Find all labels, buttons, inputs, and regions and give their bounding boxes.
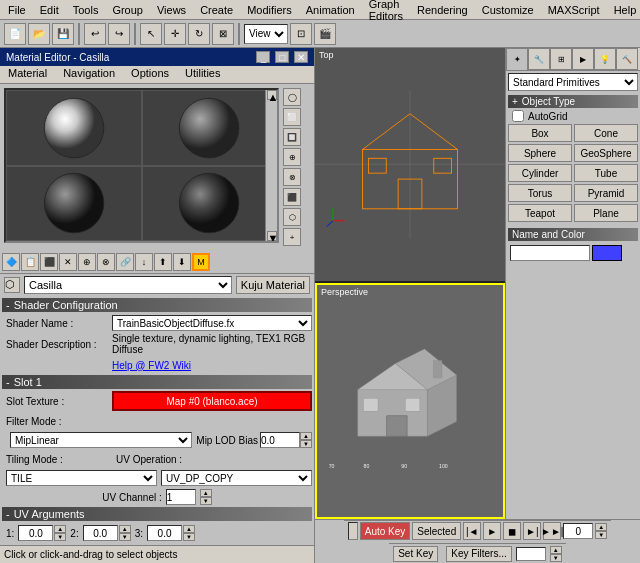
auto-key-btn[interactable]: Auto Key [360,522,411,540]
cmd-tab-motion[interactable]: ▶ [572,48,594,70]
btn-torus[interactable]: Torus [508,184,572,202]
mat-tool-3[interactable]: ⬛ [40,253,58,271]
menu-tools[interactable]: Tools [67,2,105,18]
mat-tool-4[interactable]: ✕ [59,253,77,271]
move-btn[interactable]: ✛ [164,23,186,45]
cmd-tab-display[interactable]: 💡 [594,48,616,70]
mat-tool-7[interactable]: 🔗 [116,253,134,271]
uv-arg1-down-btn[interactable]: ▼ [54,533,66,541]
sphere-1[interactable] [6,90,142,166]
side-btn-8[interactable]: + [283,228,301,246]
redo-btn[interactable]: ↪ [108,23,130,45]
key-frame-down-btn[interactable]: ▼ [550,554,562,562]
menu-maxscript[interactable]: MAXScript [542,2,606,18]
new-btn[interactable]: 📄 [4,23,26,45]
mat-minimize-btn[interactable]: _ [256,51,270,63]
uv-arg3-down-btn[interactable]: ▼ [183,533,195,541]
sphere-4[interactable] [142,166,278,242]
uv-arg2-down-btn[interactable]: ▼ [119,533,131,541]
uv-arg3-input[interactable] [147,525,182,541]
prop-help-link[interactable]: Help @ FW2 Wiki [112,360,312,371]
mat-menu-material[interactable]: Material [0,66,55,83]
kuju-btn[interactable]: Kuju Material [236,276,310,294]
mat-tool-active[interactable]: M [192,253,210,271]
mat-menu-navigation[interactable]: Navigation [55,66,123,83]
cmd-tab-modify[interactable]: 🔧 [528,48,550,70]
bottom-viewport[interactable]: 70 80 90 100 Perspective [315,283,505,520]
btn-cone[interactable]: Cone [574,124,638,142]
mat-tool-2[interactable]: 📋 [21,253,39,271]
mat-close-btn[interactable]: ✕ [294,51,308,63]
stop-btn[interactable]: ◼ [503,522,521,540]
side-btn-7[interactable]: ⬡ [283,208,301,226]
view-select[interactable]: View [244,24,288,44]
scroll-up-btn[interactable]: ▲ [267,90,277,100]
cmd-tab-utilities[interactable]: 🔨 [616,48,638,70]
mat-tool-10[interactable]: ⬇ [173,253,191,271]
next-frame-btn[interactable]: ►| [523,522,541,540]
color-swatch[interactable] [592,245,622,261]
mat-tool-8[interactable]: ↓ [135,253,153,271]
mip-lod-input[interactable] [260,432,300,448]
uv-arg2-up-btn[interactable]: ▲ [119,525,131,533]
btn-sphere[interactable]: Sphere [508,144,572,162]
preview-scrollbar[interactable]: ▲ ▼ [265,90,277,241]
menu-graph-editors[interactable]: Graph Editors [363,0,409,24]
rotate-btn[interactable]: ↻ [188,23,210,45]
zoom-extents-btn[interactable]: ⊡ [290,23,312,45]
mat-tool-6[interactable]: ⊗ [97,253,115,271]
slot-texture-btn[interactable]: Map #0 (blanco.ace) [112,391,312,411]
set-key-btn[interactable]: Set Key [393,546,438,562]
frame-down-btn[interactable]: ▼ [595,531,607,539]
timeline-area[interactable] [348,522,358,540]
btn-teapot[interactable]: Teapot [508,204,572,222]
menu-views[interactable]: Views [151,2,192,18]
tiling-mode-dropdown[interactable]: TILE [6,470,157,486]
menu-group[interactable]: Group [106,2,149,18]
side-btn-3[interactable]: 🔲 [283,128,301,146]
btn-tube[interactable]: Tube [574,164,638,182]
menu-file[interactable]: File [2,2,32,18]
render-btn[interactable]: 🎬 [314,23,336,45]
props-panel[interactable]: Shader Configuration Shader Name : Train… [0,296,314,545]
key-filters-btn[interactable]: Key Filters... [446,546,512,562]
btn-pyramid[interactable]: Pyramid [574,184,638,202]
frame-input[interactable] [563,523,593,539]
mat-menu-options[interactable]: Options [123,66,177,83]
uv-channel-down-btn[interactable]: ▼ [200,497,212,505]
mat-menu-utilities[interactable]: Utilities [177,66,228,83]
sphere-3[interactable] [6,166,142,242]
side-btn-2[interactable]: ⬜ [283,108,301,126]
mat-maximize-btn[interactable]: □ [275,51,289,63]
uv-op-dropdown[interactable]: UV_DP_COPY [161,470,312,486]
menu-edit[interactable]: Edit [34,2,65,18]
side-btn-4[interactable]: ⊕ [283,148,301,166]
btn-cylinder[interactable]: Cylinder [508,164,572,182]
side-btn-1[interactable]: ◯ [283,88,301,106]
shader-name-dropdown[interactable]: TrainBasicObjectDiffuse.fx [112,315,312,331]
filter-mode-dropdown[interactable]: MipLinear [10,432,192,448]
name-input[interactable] [510,245,590,261]
undo-btn[interactable]: ↩ [84,23,106,45]
uv-channel-input[interactable] [166,489,196,505]
save-btn[interactable]: 💾 [52,23,74,45]
uv-channel-up-btn[interactable]: ▲ [200,489,212,497]
mip-lod-down-btn[interactable]: ▼ [300,440,312,448]
btn-plane[interactable]: Plane [574,204,638,222]
sphere-2[interactable] [142,90,278,166]
key-frame-up-btn[interactable]: ▲ [550,546,562,554]
mat-tool-5[interactable]: ⊕ [78,253,96,271]
side-btn-6[interactable]: ⬛ [283,188,301,206]
menu-rendering[interactable]: Rendering [411,2,474,18]
mat-tool-9[interactable]: ⬆ [154,253,172,271]
top-viewport[interactable]: Top [315,48,505,283]
key-frame-input[interactable] [516,547,546,561]
uv-arg1-up-btn[interactable]: ▲ [54,525,66,533]
cmd-dropdown-select[interactable]: Standard Primitives [508,73,638,91]
cmd-tab-hierarchy[interactable]: ⊞ [550,48,572,70]
uv-arg1-input[interactable] [18,525,53,541]
menu-customize[interactable]: Customize [476,2,540,18]
scroll-down-btn[interactable]: ▼ [267,231,277,241]
frame-up-btn[interactable]: ▲ [595,523,607,531]
prev-frame-btn[interactable]: |◄ [463,522,481,540]
